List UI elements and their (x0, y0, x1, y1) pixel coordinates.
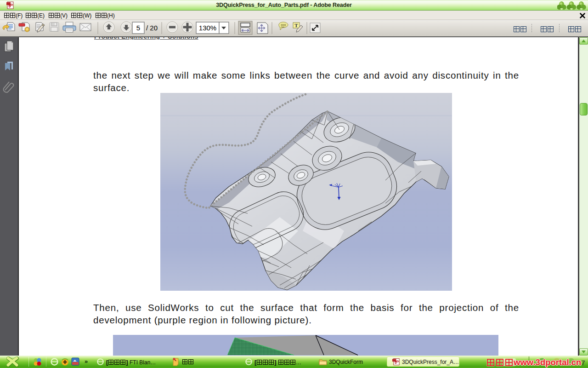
svg-text:/ 20: / 20 (146, 24, 158, 32)
svg-text:T: T (294, 23, 298, 28)
svg-text:130%: 130% (199, 24, 216, 32)
svg-text:5: 5 (136, 24, 140, 32)
